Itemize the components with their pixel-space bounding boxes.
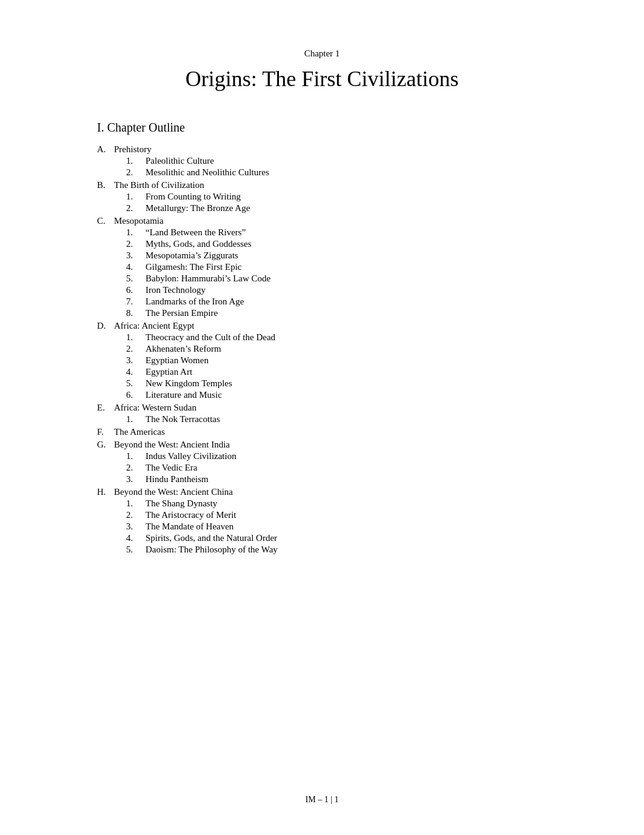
level-1-text: Literature and Music <box>146 390 222 400</box>
level-1-number: 3. <box>126 355 146 366</box>
outline-section-D: D.Africa: Ancient Egypt1.Theocracy and t… <box>97 321 547 400</box>
level-1-item: 1.From Counting to Writing <box>97 192 547 202</box>
chapter-title: Origins: The First Civilizations <box>97 66 547 92</box>
level-1-number: 5. <box>126 273 146 284</box>
level-1-item: 5.New Kingdom Temples <box>97 378 547 389</box>
level-1-number: 5. <box>126 545 146 555</box>
level-1-text: Spirits, Gods, and the Natural Order <box>146 533 277 543</box>
level-1-text: Iron Technology <box>146 285 206 295</box>
outline-section-H: H.Beyond the West: Ancient China1.The Sh… <box>97 487 547 555</box>
page: Chapter 1 Origins: The First Civilizatio… <box>0 0 644 835</box>
level-1-item: 6.Literature and Music <box>97 390 547 400</box>
level-1-item: 3.Egyptian Women <box>97 355 547 366</box>
level-a-label: C. <box>97 216 114 226</box>
level-1-item: 2.Metallurgy: The Bronze Age <box>97 203 547 213</box>
outline-section-G: G.Beyond the West: Ancient India1.Indus … <box>97 440 547 485</box>
level-1-item: 1.“Land Between the Rivers” <box>97 227 547 238</box>
level-a-item: C.Mesopotamia <box>97 216 547 226</box>
level-1-text: The Nok Terracottas <box>146 414 220 424</box>
level-1-item: 4.Gilgamesh: The First Epic <box>97 262 547 272</box>
level-a-text: The Birth of Civilization <box>114 180 204 190</box>
level-a-text: Beyond the West: Ancient India <box>114 440 230 450</box>
level-a-item: B.The Birth of Civilization <box>97 180 547 190</box>
level-a-label: B. <box>97 180 114 190</box>
level-1-number: 1. <box>126 227 146 238</box>
level-1-number: 1. <box>126 156 146 166</box>
level-1-text: Landmarks of the Iron Age <box>146 297 244 307</box>
level-1-item: 1.Theocracy and the Cult of the Dead <box>97 332 547 343</box>
level-a-item: G.Beyond the West: Ancient India <box>97 440 547 450</box>
level-1-text: Gilgamesh: The First Epic <box>146 262 241 272</box>
level-1-text: The Aristocracy of Merit <box>146 510 236 520</box>
level-1-item: 8.The Persian Empire <box>97 308 547 318</box>
chapter-label: Chapter 1 <box>97 49 547 59</box>
level-1-text: From Counting to Writing <box>146 192 241 202</box>
level-1-text: The Persian Empire <box>146 308 218 318</box>
level-1-number: 7. <box>126 297 146 307</box>
level-1-number: 5. <box>126 378 146 389</box>
level-1-item: 1.The Shang Dynasty <box>97 498 547 509</box>
level-1-number: 2. <box>126 239 146 249</box>
level-1-item: 4.Spirits, Gods, and the Natural Order <box>97 533 547 543</box>
level-a-item: F.The Americas <box>97 427 547 437</box>
level-1-number: 1. <box>126 451 146 461</box>
level-1-number: 6. <box>126 285 146 295</box>
level-1-number: 1. <box>126 498 146 509</box>
level-1-number: 1. <box>126 332 146 343</box>
level-1-number: 2. <box>126 167 146 178</box>
level-a-item: E.Africa: Western Sudan <box>97 403 547 413</box>
level-1-item: 4.Egyptian Art <box>97 367 547 377</box>
level-1-text: Mesopotamia’s Ziggurats <box>146 250 238 261</box>
level-1-text: Theocracy and the Cult of the Dead <box>146 332 275 343</box>
level-1-text: Egyptian Art <box>146 367 192 377</box>
level-1-number: 3. <box>126 474 146 485</box>
level-1-text: Mesolithic and Neolithic Cultures <box>146 167 269 178</box>
level-1-number: 3. <box>126 250 146 261</box>
footer: IM – 1 | 1 <box>0 795 644 805</box>
level-1-item: 5.Babylon: Hammurabi’s Law Code <box>97 273 547 284</box>
level-1-text: The Vedic Era <box>146 463 198 473</box>
level-1-number: 4. <box>126 367 146 377</box>
section-title: I. Chapter Outline <box>97 121 547 135</box>
level-a-label: A. <box>97 144 114 155</box>
level-1-item: 1.Indus Valley Civilization <box>97 451 547 461</box>
outline-section-A: A.Prehistory1.Paleolithic Culture2.Mesol… <box>97 144 547 178</box>
footer-text: IM – 1 | 1 <box>306 795 339 804</box>
level-a-text: Beyond the West: Ancient China <box>114 487 233 497</box>
level-1-item: 2.Akhenaten’s Reform <box>97 344 547 354</box>
level-1-item: 5.Daoism: The Philosophy of the Way <box>97 545 547 555</box>
level-a-item: H.Beyond the West: Ancient China <box>97 487 547 497</box>
level-1-text: “Land Between the Rivers” <box>146 227 246 238</box>
level-1-text: Paleolithic Culture <box>146 156 214 166</box>
level-a-label: F. <box>97 427 114 437</box>
level-a-item: D.Africa: Ancient Egypt <box>97 321 547 331</box>
level-1-number: 2. <box>126 463 146 473</box>
outline-section-C: C.Mesopotamia1.“Land Between the Rivers”… <box>97 216 547 318</box>
level-a-label: H. <box>97 487 114 497</box>
level-1-item: 7.Landmarks of the Iron Age <box>97 297 547 307</box>
level-1-text: Metallurgy: The Bronze Age <box>146 203 250 213</box>
level-1-text: The Mandate of Heaven <box>146 521 233 532</box>
level-a-text: Africa: Western Sudan <box>114 403 196 413</box>
level-1-item: 3.The Mandate of Heaven <box>97 521 547 532</box>
level-1-text: Hindu Pantheism <box>146 474 209 485</box>
level-a-label: E. <box>97 403 114 413</box>
level-1-text: Daoism: The Philosophy of the Way <box>146 545 278 555</box>
level-1-number: 1. <box>126 414 146 424</box>
level-1-number: 4. <box>126 533 146 543</box>
level-a-item: A.Prehistory <box>97 144 547 155</box>
level-1-number: 3. <box>126 521 146 532</box>
level-1-item: 1.The Nok Terracottas <box>97 414 547 424</box>
level-1-number: 4. <box>126 262 146 272</box>
level-1-item: 2.Mesolithic and Neolithic Cultures <box>97 167 547 178</box>
level-1-text: New Kingdom Temples <box>146 378 232 389</box>
level-1-text: Babylon: Hammurabi’s Law Code <box>146 273 270 284</box>
outline-section-F: F.The Americas <box>97 427 547 437</box>
level-1-text: Myths, Gods, and Goddesses <box>146 239 252 249</box>
level-a-text: The Americas <box>114 427 165 437</box>
level-1-item: 2.Myths, Gods, and Goddesses <box>97 239 547 249</box>
level-1-number: 1. <box>126 192 146 202</box>
level-1-item: 1.Paleolithic Culture <box>97 156 547 166</box>
outline-section-E: E.Africa: Western Sudan1.The Nok Terraco… <box>97 403 547 424</box>
level-1-text: Indus Valley Civilization <box>146 451 236 461</box>
